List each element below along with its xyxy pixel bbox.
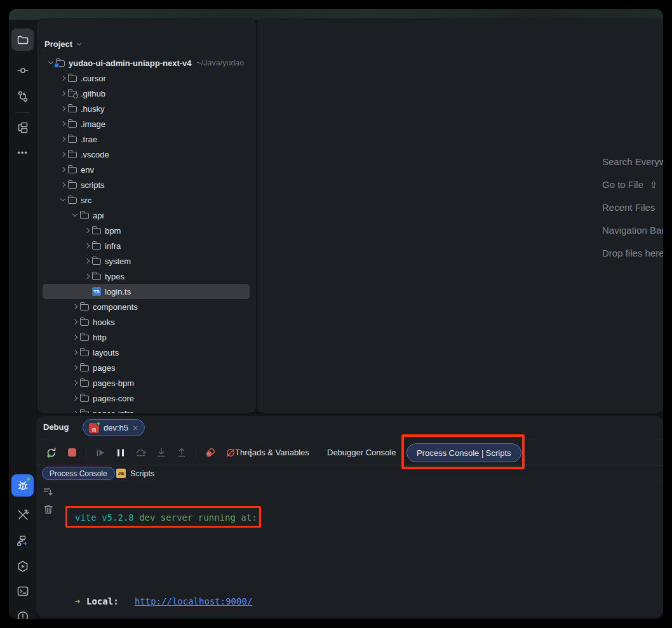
chevron-right-icon[interactable] (83, 253, 92, 269)
step-over-button[interactable] (135, 446, 147, 459)
tree-row[interactable]: hooks (43, 314, 250, 330)
tree-row[interactable]: .image (43, 116, 250, 131)
view-breakpoints-button[interactable] (204, 446, 217, 459)
folder-icon (68, 137, 77, 143)
chevron-right-icon[interactable] (58, 116, 68, 131)
stop-icon (68, 448, 76, 457)
tab-threads-variables[interactable]: Threads & Variables (235, 439, 309, 465)
chevron-right-icon[interactable] (83, 238, 92, 253)
structure-tool-button[interactable] (11, 116, 34, 138)
tree-row[interactable]: http (43, 330, 250, 345)
more-tool-windows-button[interactable]: ••• (11, 142, 34, 164)
chevron-right-icon[interactable] (71, 360, 80, 375)
chevron-right-icon[interactable] (83, 223, 92, 238)
folder-icon (68, 106, 77, 112)
tree-row-root[interactable]: yudao-ui-admin-uniapp-next-v4 ~/Java/yud… (43, 55, 250, 70)
resume-button[interactable] (94, 446, 107, 459)
sidebar-divider (15, 112, 30, 113)
tree-row[interactable]: system (43, 253, 250, 269)
chevron-right-icon[interactable] (58, 162, 68, 177)
terminal-tool-button[interactable] (11, 580, 34, 602)
debug-session-tab[interactable]: n dev:h5 × (83, 419, 145, 436)
tree-row[interactable]: env (43, 162, 250, 177)
tree-row[interactable]: pages-core (43, 391, 250, 406)
clear-console-trash-icon[interactable] (43, 504, 54, 515)
tree-row[interactable]: layouts (43, 345, 250, 360)
chevron-right-icon[interactable] (83, 269, 92, 284)
tree-row[interactable]: .cursor (43, 70, 250, 86)
tree-row[interactable]: pages (43, 360, 250, 375)
tree-row[interactable]: pages-bpm (43, 375, 250, 391)
tree-row[interactable]: bpm (43, 223, 250, 238)
tree-row[interactable]: scripts (43, 177, 250, 192)
tree-row[interactable]: src (43, 192, 250, 208)
chevron-right-icon[interactable] (58, 147, 68, 162)
chevron-right-icon[interactable] (58, 177, 68, 192)
commit-tool-button[interactable] (11, 59, 34, 81)
chevron-down-icon[interactable] (71, 208, 80, 223)
process-console-output: vite v5.2.8 dev server running at: ➜Loca… (36, 481, 663, 617)
chevron-right-icon[interactable] (58, 86, 68, 101)
debug-toolbar: ⋮ Threads & Variables Debugger Console P… (36, 439, 663, 465)
tree-row-selected-login-ts[interactable]: TS login.ts (43, 284, 250, 299)
local-url-link[interactable]: http://localhost:9000/ (135, 596, 252, 606)
problems-tool-button[interactable] (11, 605, 34, 619)
chevron-right-icon[interactable] (71, 330, 80, 345)
tree-row[interactable]: pages-infra (43, 406, 250, 413)
step-out-button[interactable] (175, 446, 188, 459)
close-icon[interactable]: × (133, 424, 138, 432)
tree-row[interactable]: components (43, 299, 250, 314)
pause-button[interactable] (114, 446, 127, 459)
folder-icon (68, 182, 77, 189)
chevron-right-icon[interactable] (71, 375, 80, 391)
build-tool-button[interactable] (11, 504, 34, 526)
tree-row[interactable]: api (43, 208, 250, 223)
rerun-button[interactable] (45, 446, 58, 459)
chevron-right-icon[interactable] (71, 391, 80, 406)
scroll-to-end-icon[interactable] (43, 486, 54, 498)
chevron-down-icon[interactable] (58, 192, 68, 208)
tree-row[interactable]: .husky (43, 101, 250, 116)
folder-icon (68, 197, 77, 204)
debug-tool-button[interactable] (11, 474, 34, 497)
tab-process-console-scripts[interactable]: Process Console | Scripts (407, 443, 521, 462)
folder-icon (80, 380, 89, 387)
chevron-right-icon[interactable] (71, 299, 80, 314)
profiler-tool-button[interactable] (11, 555, 34, 577)
javascript-icon: JS (116, 469, 126, 478)
tool-window-sidebar: ••• (9, 20, 36, 619)
tab-debugger-console[interactable]: Debugger Console (327, 439, 396, 465)
subtab-process-console[interactable]: Process Console (42, 467, 115, 480)
folder-icon (68, 76, 77, 82)
project-view-selector[interactable]: Project (44, 39, 83, 49)
profiler-play-icon (17, 560, 29, 573)
chevron-right-icon[interactable] (58, 101, 68, 116)
tree-row[interactable]: types (43, 269, 250, 284)
editor-shortcut-hints: Search Everywhere Go to File⇧ Recent Fil… (602, 150, 663, 265)
tree-row[interactable]: .trae (43, 131, 250, 147)
structure-icon (17, 121, 29, 134)
wrench-icon (17, 509, 29, 521)
chevron-right-icon[interactable] (71, 314, 80, 330)
hint-navigation-bar: Navigation Bar (602, 219, 663, 242)
subtab-scripts[interactable]: JS Scripts (116, 467, 154, 480)
tree-row[interactable]: .github (43, 86, 250, 101)
folder-icon (80, 411, 89, 413)
module-folder-icon (56, 60, 65, 67)
tree-row[interactable]: infra (43, 238, 250, 253)
project-tool-button[interactable] (11, 29, 34, 51)
folder-icon (68, 152, 77, 158)
chevron-right-icon[interactable] (71, 406, 80, 413)
editor-empty-area: Search Everywhere Go to File⇧ Recent Fil… (257, 18, 663, 413)
step-into-button[interactable] (155, 446, 168, 459)
chevron-right-icon[interactable] (71, 345, 80, 360)
folder-icon (92, 243, 101, 250)
chevron-right-icon[interactable] (58, 70, 68, 86)
vcs-tool-button[interactable] (11, 85, 34, 107)
chevron-right-icon[interactable] (58, 131, 68, 147)
arrow-icon: ➜ (75, 594, 86, 608)
stop-button[interactable] (65, 446, 78, 459)
tree-row[interactable]: .vscode (43, 147, 250, 162)
services-tool-button[interactable] (11, 530, 34, 552)
debug-header: Debug n dev:h5 × (36, 416, 663, 439)
